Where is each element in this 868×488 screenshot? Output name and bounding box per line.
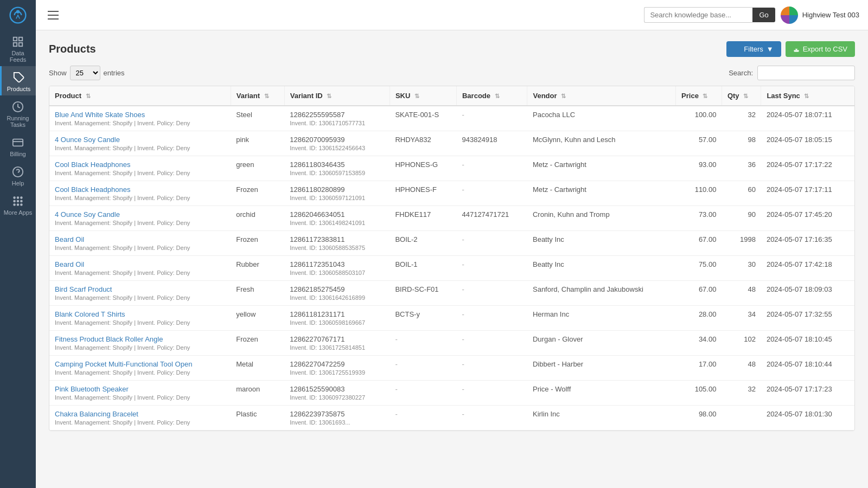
product-link[interactable]: Beard Oil <box>55 235 84 243</box>
product-link[interactable]: Bird Scarf Product <box>55 285 112 293</box>
sidebar-item-products[interactable]: Products <box>0 66 36 95</box>
svg-rect-3 <box>19 37 22 41</box>
product-link[interactable]: Blue And White Skate Shoes <box>55 111 145 119</box>
col-variant-id[interactable]: Variant ID ⇅ <box>284 86 390 106</box>
sidebar-item-data-feeds[interactable]: Data Feeds <box>0 30 36 66</box>
col-last-sync[interactable]: Last Sync ⇅ <box>761 86 854 106</box>
export-csv-button[interactable]: Export to CSV <box>786 41 855 57</box>
table-search-input[interactable] <box>757 66 855 80</box>
entries-select[interactable]: 25 10 50 100 <box>70 66 100 80</box>
main-area: Go Highview Test 003 Products Filters ▼ … <box>36 0 868 488</box>
cell-price: 67.00 <box>676 281 722 306</box>
cell-variant: Frozen <box>231 231 284 256</box>
product-sub: Invent. Management: Shopify | Invent. Po… <box>55 419 225 426</box>
cell-vendor: Beatty Inc <box>527 256 676 281</box>
product-link[interactable]: Blank Colored T Shirts <box>55 310 125 318</box>
cell-variant: pink <box>231 131 284 156</box>
action-buttons: Filters ▼ Export to CSV <box>726 41 855 57</box>
product-link[interactable]: 4 Ounce Soy Candle <box>55 136 120 144</box>
search-kb-input[interactable] <box>644 7 752 23</box>
cell-price: 93.00 <box>676 156 722 181</box>
app-logo[interactable] <box>0 0 36 30</box>
table-row: 4 Ounce Soy Candle Invent. Management: S… <box>49 206 854 231</box>
cell-product: Cool Black Headphones Invent. Management… <box>49 181 231 206</box>
cell-barcode: 943824918 <box>456 131 527 156</box>
cell-variant-id: 12861525590083 Invent. ID: 1306097238022… <box>284 381 390 406</box>
show-entries-control: Show 25 10 50 100 entries <box>49 66 125 80</box>
user-area[interactable]: Highview Test 003 <box>781 7 859 24</box>
table-row: Bird Scarf Product Invent. Management: S… <box>49 281 854 306</box>
cell-vendor: Price - Wolff <box>527 381 676 406</box>
cell-vendor: Dibbert - Harber <box>527 356 676 381</box>
product-link[interactable]: Pink Bluetooth Speaker <box>55 385 129 393</box>
col-vendor[interactable]: Vendor ⇅ <box>527 86 676 106</box>
cell-vendor: Metz - Cartwright <box>527 181 676 206</box>
cell-price: 100.00 <box>676 106 722 131</box>
col-variant[interactable]: Variant ⇅ <box>231 86 284 106</box>
cell-product: 4 Ounce Soy Candle Invent. Management: S… <box>49 131 231 156</box>
product-link[interactable]: Cool Black Headphones <box>55 185 130 194</box>
user-avatar <box>781 7 798 24</box>
cell-vendor: McGlynn, Kuhn and Lesch <box>527 131 676 156</box>
col-sku[interactable]: SKU ⇅ <box>390 86 456 106</box>
col-qty[interactable]: Qty ⇅ <box>722 86 761 106</box>
cell-product: Beard Oil Invent. Management: Shopify | … <box>49 256 231 281</box>
product-link[interactable]: Beard Oil <box>55 260 84 268</box>
cell-variant: Frozen <box>231 181 284 206</box>
product-link[interactable]: Fitness Product Black Roller Angle <box>55 335 163 343</box>
svg-point-17 <box>21 201 22 202</box>
cell-variant-id: 12861181231171 Invent. ID: 1306059816966… <box>284 306 390 331</box>
sidebar-item-running-tasks[interactable]: Running Tasks <box>0 95 36 131</box>
cell-barcode: - <box>456 406 527 431</box>
cell-sku: FHDKE117 <box>390 206 456 231</box>
cell-product: Beard Oil Invent. Management: Shopify | … <box>49 231 231 256</box>
sidebar-item-more-apps[interactable]: More Apps <box>0 190 36 219</box>
col-product[interactable]: Product ⇅ <box>49 86 231 106</box>
product-sub: Invent. Management: Shopify | Invent. Po… <box>55 220 225 226</box>
sidebar-item-billing[interactable]: Billing <box>0 131 36 160</box>
cell-product: Pink Bluetooth Speaker Invent. Managemen… <box>49 381 231 406</box>
table-row: 4 Ounce Soy Candle Invent. Management: S… <box>49 131 854 156</box>
cell-sku: RHDYA832 <box>390 131 456 156</box>
svg-point-14 <box>21 197 22 198</box>
cell-product: Chakra Balancing Bracelet Invent. Manage… <box>49 406 231 431</box>
cell-sku: SKATE-001-S <box>390 106 456 131</box>
product-link[interactable]: Camping Pocket Multi-Functional Tool Ope… <box>55 360 192 368</box>
cell-sku: BIRD-SC-F01 <box>390 281 456 306</box>
table-row: Beard Oil Invent. Management: Shopify | … <box>49 256 854 281</box>
product-link[interactable]: 4 Ounce Soy Candle <box>55 210 120 219</box>
svg-point-12 <box>14 197 15 198</box>
hamburger-button[interactable] <box>44 7 62 24</box>
cell-price: 17.00 <box>676 356 722 381</box>
cell-qty: 98 <box>722 131 761 156</box>
table-search: Search: <box>729 66 855 80</box>
cell-variant: Fresh <box>231 281 284 306</box>
cell-variant: yellow <box>231 306 284 331</box>
product-link[interactable]: Chakra Balancing Bracelet <box>55 410 138 418</box>
cell-price: 98.00 <box>676 406 722 431</box>
table-row: Blank Colored T Shirts Invent. Managemen… <box>49 306 854 331</box>
cell-barcode: - <box>456 381 527 406</box>
cell-qty <box>722 406 761 431</box>
sidebar-item-help[interactable]: Help <box>0 160 36 190</box>
cell-last-sync: 2024-05-07 17:16:35 <box>761 231 854 256</box>
col-price[interactable]: Price ⇅ <box>676 86 722 106</box>
cell-product: Fitness Product Black Roller Angle Inven… <box>49 331 231 356</box>
page-content: Products Filters ▼ Export to CSV Show 25 <box>36 30 868 488</box>
cell-sku: BOIL-2 <box>390 231 456 256</box>
cell-qty: 60 <box>722 181 761 206</box>
cell-last-sync: 2024-05-07 17:17:22 <box>761 156 854 181</box>
product-sub: Invent. Management: Shopify | Invent. Po… <box>55 344 225 351</box>
sidebar: Data Feeds Products Running Tasks Billin… <box>0 0 36 488</box>
col-barcode[interactable]: Barcode ⇅ <box>456 86 527 106</box>
cell-sku: - <box>390 331 456 356</box>
filters-button[interactable]: Filters ▼ <box>726 41 781 57</box>
product-link[interactable]: Cool Black Headphones <box>55 160 130 169</box>
product-sub: Invent. Management: Shopify | Invent. Po… <box>55 195 225 201</box>
svg-point-16 <box>17 201 19 202</box>
table-row: Camping Pocket Multi-Functional Tool Ope… <box>49 356 854 381</box>
search-kb-button[interactable]: Go <box>752 8 775 22</box>
cell-sku: - <box>390 381 456 406</box>
cell-variant: maroon <box>231 381 284 406</box>
cell-last-sync: 2024-05-07 17:45:20 <box>761 206 854 231</box>
